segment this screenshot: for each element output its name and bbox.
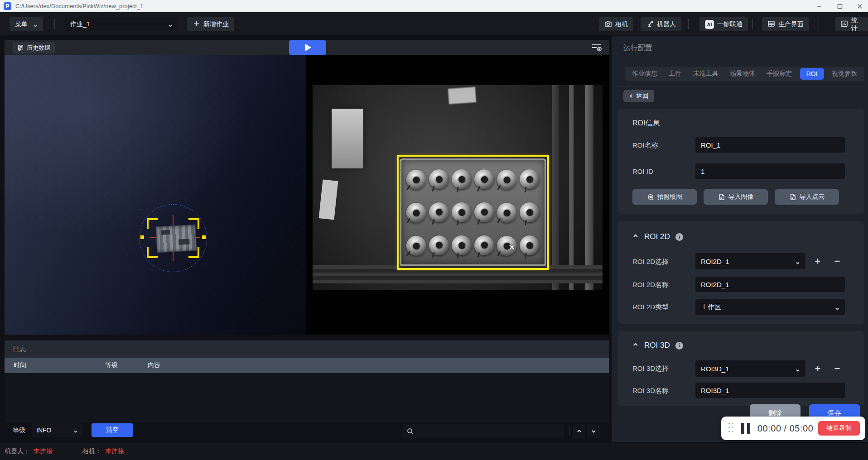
view-settings-button[interactable]	[591, 43, 603, 52]
roi-3d-remove-button[interactable]	[831, 363, 843, 374]
roi-2d-type-select[interactable]: 工作区	[695, 299, 845, 315]
plus-icon	[814, 258, 821, 265]
chevron-down-icon	[33, 22, 38, 27]
import-file-icon	[789, 193, 796, 201]
toolbar-divider	[54, 19, 55, 29]
collapse-chevron-icon[interactable]	[632, 341, 639, 350]
tab-vision-params[interactable]: 视觉参数	[828, 68, 861, 80]
camera-bg-blob	[319, 179, 338, 220]
pointcloud-view[interactable]	[5, 55, 306, 335]
play-icon	[305, 44, 311, 51]
import-image-button[interactable]: 导入图像	[704, 189, 768, 205]
roi-id-label: ROI ID	[632, 168, 653, 175]
info-icon[interactable]: i	[675, 342, 683, 350]
roi-2d-select[interactable]: ROI2D_1	[695, 253, 805, 269]
roi-3d-name-input[interactable]: ROI3D_1	[695, 383, 845, 398]
production-ui-button[interactable]: 生产界面	[762, 17, 809, 31]
close-icon	[857, 4, 863, 9]
roi-2d-header: ROI 2D i	[632, 232, 683, 241]
roi-3d-select-value: ROI3D_1	[701, 365, 729, 373]
camera-button[interactable]: 相机	[599, 17, 633, 31]
stop-recording-button[interactable]: 结束录制	[818, 421, 860, 436]
pointcloud-points	[140, 209, 141, 210]
frame-bar	[552, 85, 559, 290]
log-table-header: 时间 等级 内容	[5, 358, 609, 373]
bar-chart-icon	[840, 20, 848, 29]
roi-3d-select[interactable]: ROI3D_1	[695, 360, 805, 377]
maximize-icon	[837, 4, 843, 9]
back-button[interactable]: 返回	[623, 90, 654, 102]
chevron-down-icon	[835, 305, 839, 309]
app-logo: P	[4, 2, 11, 10]
main-toolbar: 菜单 作业_1 新增作业 相机 机器人 AI 一键联通 生产界面	[0, 12, 868, 35]
robot-status-label: 机器人：	[5, 447, 30, 455]
search-next-button[interactable]	[587, 424, 600, 438]
roi-bracket-top-left	[147, 218, 158, 229]
run-config-title: 运行配置	[623, 43, 652, 53]
camera-view[interactable]	[306, 55, 609, 335]
minimize-icon	[816, 4, 822, 9]
log-search-input[interactable]	[402, 424, 564, 438]
info-icon[interactable]: i	[675, 233, 683, 241]
tab-end-tool[interactable]: 末端工具	[690, 68, 722, 80]
close-button[interactable]	[851, 0, 868, 12]
log-table-body[interactable]	[5, 373, 609, 422]
minimize-button[interactable]	[810, 0, 828, 12]
roi-name-input[interactable]: ROI_1	[695, 137, 845, 153]
tab-roi[interactable]: ROI	[800, 68, 824, 80]
title-bar: P C:/Users/dex/Documents/PickWiz/new_pro…	[0, 0, 868, 12]
frame-bar	[585, 85, 593, 290]
ai-link-button[interactable]: AI 一键联通	[699, 17, 748, 31]
tab-hand-eye-calib[interactable]: 手眼标定	[763, 68, 796, 80]
log-panel-header: 日志	[5, 340, 609, 358]
search-prev-button[interactable]	[573, 424, 585, 438]
log-clear-label: 清空	[106, 426, 119, 434]
collapse-chevron-icon[interactable]	[632, 233, 639, 241]
toolbar-divider	[752, 19, 753, 29]
minus-icon	[834, 258, 841, 265]
roi-2d-add-button[interactable]	[812, 255, 824, 267]
maximize-button[interactable]	[831, 0, 849, 12]
log-col-time: 时间	[14, 361, 105, 369]
roi-bracket-bottom-right	[188, 247, 199, 258]
job-select[interactable]: 作业_1	[65, 17, 178, 31]
import-file-icon	[718, 193, 725, 201]
robot-arm-icon	[646, 20, 654, 29]
log-level-select[interactable]: INFO	[32, 423, 82, 437]
roi-2d-select-label: ROI 2D选择	[632, 258, 669, 266]
tab-workpiece[interactable]: 工件	[665, 68, 685, 80]
delete-label: 删除	[768, 409, 782, 417]
tab-job-info[interactable]: 作业信息	[628, 68, 661, 80]
capture-image-button[interactable]: 拍照取图	[632, 189, 697, 205]
camera-icon	[604, 20, 612, 29]
log-clear-button[interactable]: 清空	[92, 423, 133, 437]
roi-2d-select-value: ROI2D_1	[701, 258, 729, 265]
chevron-down-icon	[168, 22, 173, 27]
robot-button[interactable]: 机器人	[641, 17, 681, 31]
roi-2d-name-input[interactable]: ROI2D_1	[695, 277, 845, 292]
roi-3d-header: ROI 3D i	[632, 341, 683, 350]
import-pointcloud-button[interactable]: 导入点云	[775, 189, 839, 205]
roi-id-input[interactable]: 1	[695, 163, 845, 179]
robot-button-label: 机器人	[657, 20, 676, 29]
chevron-down-icon	[591, 429, 596, 434]
history-data-button[interactable]: 历史数据	[13, 42, 55, 53]
window-title-path: C:/Users/dex/Documents/PickWiz/new_proje…	[15, 3, 144, 10]
toolbar-divider	[688, 19, 689, 29]
roi-bracket-top-right	[188, 218, 199, 229]
job-select-value: 作业_1	[70, 20, 90, 29]
menu-button[interactable]: 菜单	[10, 17, 43, 31]
tab-scene-object[interactable]: 场景物体	[726, 68, 759, 80]
roi-2d-name-value: ROI2D_1	[701, 281, 729, 288]
drag-handle[interactable]	[728, 423, 733, 434]
stats-button[interactable]: 统计	[835, 17, 868, 31]
run-play-button[interactable]	[289, 40, 326, 55]
chevron-down-icon	[796, 259, 800, 264]
pause-button[interactable]	[741, 423, 750, 434]
roi-3d-add-button[interactable]	[812, 363, 824, 374]
roi-2d-remove-button[interactable]	[831, 255, 843, 267]
roi-2d-rectangle[interactable]	[397, 155, 549, 270]
add-job-button[interactable]: 新增作业	[187, 17, 234, 31]
history-data-label: 历史数据	[27, 44, 50, 52]
roi-2d-title: ROI 2D	[644, 232, 670, 241]
